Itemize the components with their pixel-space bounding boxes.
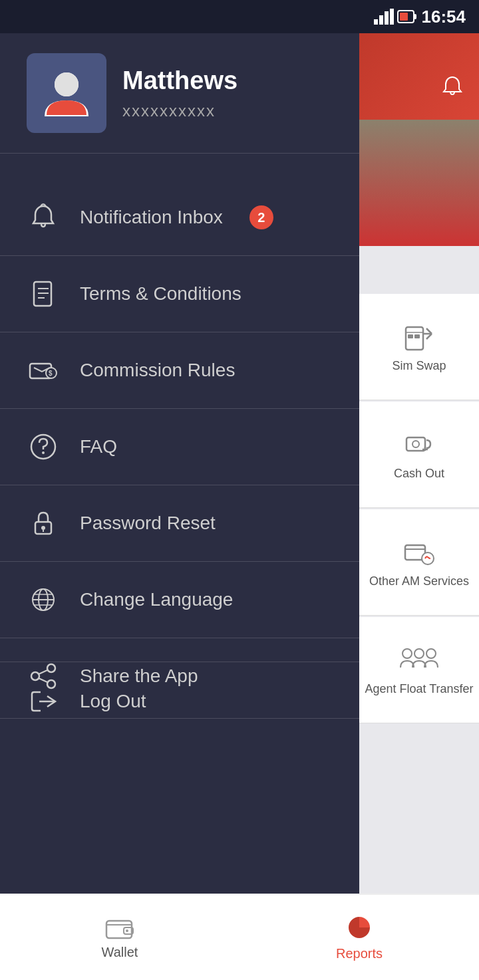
other-am-services-item[interactable]: Other AM Services	[359, 509, 479, 616]
status-time: 16:54	[422, 7, 466, 27]
svg-point-27	[42, 451, 45, 454]
document-icon	[27, 277, 60, 310]
divider-3	[0, 408, 359, 409]
notification-badge: 2	[249, 205, 273, 229]
menu-item-terms-conditions[interactable]: Terms & Conditions	[0, 263, 359, 325]
notification-inbox-label: Notification Inbox	[80, 207, 223, 228]
language-icon	[27, 583, 60, 616]
agent-float-transfer-label: Agent Float Transfer	[361, 682, 476, 696]
svg-point-11	[412, 441, 419, 447]
divider-1	[0, 255, 359, 256]
money-icon: $	[27, 354, 60, 387]
svg-point-15	[414, 649, 424, 658]
password-reset-label: Password Reset	[80, 513, 216, 534]
commission-rules-label: Commission Rules	[80, 360, 235, 381]
menu-list: Notification Inbox 2 Terms & Conditions	[0, 186, 359, 707]
pie-chart-icon	[346, 914, 373, 941]
divider-5	[0, 561, 359, 562]
logout-label: Log Out	[80, 691, 146, 712]
profile-section: Matthews xxxxxxxxxx	[0, 33, 359, 154]
svg-point-16	[426, 649, 436, 658]
bottom-nav: Wallet Reports	[0, 894, 479, 980]
svg-point-13	[422, 552, 434, 564]
faq-label: FAQ	[80, 436, 117, 457]
menu-item-notification-inbox[interactable]: Notification Inbox 2	[0, 186, 359, 249]
bottom-nav-item-reports[interactable]: Reports	[240, 914, 479, 961]
svg-rect-8	[408, 334, 413, 338]
wallet-nav-icon	[105, 916, 134, 939]
other-am-services-label: Other AM Services	[366, 574, 472, 588]
bell-icon	[27, 201, 60, 234]
svg-rect-10	[406, 437, 425, 451]
svg-rect-1	[379, 15, 383, 25]
question-circle-icon	[27, 430, 60, 463]
svg-point-14	[402, 649, 412, 658]
change-language-label: Change Language	[80, 589, 233, 610]
sim-swap-item[interactable]: Sim Swap	[359, 294, 479, 400]
right-panel-image	[359, 120, 479, 246]
logout-divider-bottom	[0, 718, 359, 719]
svg-rect-42	[106, 921, 132, 938]
logout-icon	[27, 685, 60, 718]
other-am-services-icon	[402, 536, 436, 569]
reports-nav-label: Reports	[336, 946, 383, 961]
svg-rect-2	[385, 11, 389, 25]
svg-text:$: $	[49, 370, 53, 377]
menu-item-faq[interactable]: FAQ	[0, 416, 359, 478]
wallet-nav-label: Wallet	[102, 945, 138, 960]
divider-4	[0, 485, 359, 485]
battery-icon	[398, 9, 416, 24]
cash-out-item[interactable]: Cash Out	[359, 402, 479, 508]
status-bar-right: 16:54	[374, 7, 466, 27]
agent-float-transfer-item[interactable]: Agent Float Transfer	[359, 617, 479, 723]
svg-rect-5	[414, 14, 416, 19]
status-bar: 16:54	[0, 0, 479, 33]
drawer-overlay: Matthews xxxxxxxxxx Notification Inbox 2	[0, 0, 359, 980]
svg-rect-7	[406, 327, 423, 350]
profile-name: Matthews	[122, 66, 238, 95]
right-grid: Sim Swap Cash Out Other AM Services	[359, 293, 479, 725]
svg-rect-0	[374, 19, 378, 25]
sim-swap-label: Sim Swap	[389, 359, 449, 373]
profile-info: Matthews xxxxxxxxxx	[122, 66, 238, 120]
bottom-nav-item-wallet[interactable]: Wallet	[0, 916, 240, 960]
divider-6	[0, 638, 359, 638]
status-icons	[374, 9, 416, 25]
svg-point-29	[41, 526, 45, 530]
avatar-icon	[37, 63, 96, 123]
menu-item-password-reset[interactable]: Password Reset	[0, 492, 359, 554]
svg-point-44	[126, 929, 128, 932]
svg-rect-3	[390, 9, 394, 25]
menu-item-change-language[interactable]: Change Language	[0, 568, 359, 631]
logout-divider-top	[0, 662, 359, 662]
divider-2	[0, 332, 359, 332]
logout-section: Log Out	[0, 665, 359, 738]
menu-item-commission-rules[interactable]: $ Commission Rules	[0, 339, 359, 402]
svg-point-18	[55, 72, 79, 96]
cash-out-label: Cash Out	[391, 467, 448, 481]
lock-icon	[27, 507, 60, 540]
signal-icon	[374, 9, 394, 25]
svg-rect-9	[414, 334, 420, 338]
profile-phone: xxxxxxxxxx	[122, 102, 238, 120]
svg-rect-6	[400, 13, 408, 21]
agent-float-transfer-icon	[402, 644, 436, 677]
sim-swap-icon	[402, 320, 436, 354]
avatar	[27, 53, 106, 133]
menu-item-logout[interactable]: Log Out	[0, 665, 359, 738]
cash-out-icon	[402, 428, 436, 461]
terms-conditions-label: Terms & Conditions	[80, 283, 241, 305]
bell-icon-top[interactable]	[439, 73, 466, 100]
